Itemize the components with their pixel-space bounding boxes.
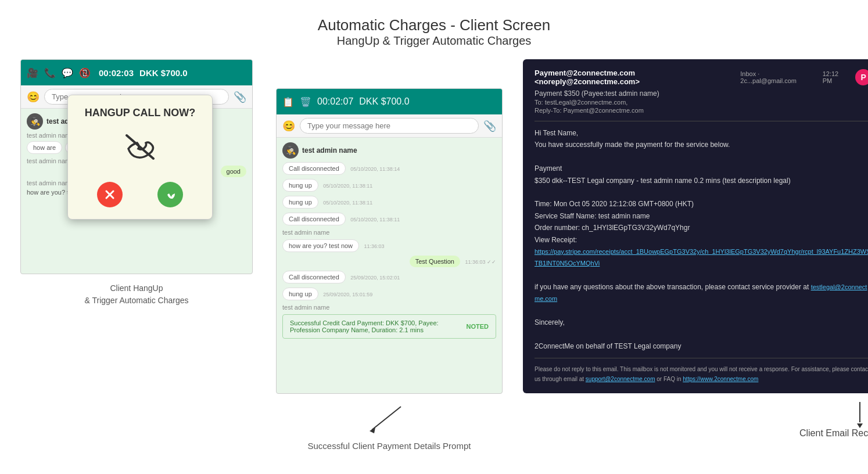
email-support-link[interactable]: support@2connectme.com (586, 376, 655, 382)
mid-admin-label-2: test admin name (282, 304, 496, 311)
msg-how-are: how are (27, 141, 62, 154)
email-reply: Reply-To: Payment@2connectme.com (535, 107, 868, 114)
email-contact-line: if you have any questions about the abov… (535, 281, 868, 305)
msg-hung-up-3: hung up 25/09/2020, 15:01:59 (282, 286, 496, 301)
email-receipt-link[interactable]: https://pay.stripe.com/receipts/acct_1BU… (535, 248, 868, 267)
main-content: 🎥 📞 💬 📵 00:02:03 DKK $700.0 😊 📎 🕵️ test … (0, 59, 868, 453)
noted-badge: NOTED (467, 323, 489, 330)
msg-call-disc-2: Call disconnected 05/10/2020, 11:38:11 (282, 211, 496, 227)
mid-chat-header: 📋 🗑️ 00:02:07 DKK $700.0 (277, 89, 502, 114)
right-arrow-svg (837, 399, 868, 428)
left-chat-header: 🎥 📞 💬 📵 00:02:03 DKK $700.0 (21, 60, 252, 85)
right-annotation-area: Client Email Receipt (523, 399, 868, 439)
mid-clip-icon: 📋 (282, 96, 294, 107)
msg-icon: 💬 (62, 67, 73, 78)
svg-marker-6 (857, 423, 863, 428)
email-body-line2: You have successfully made the payment f… (535, 139, 868, 150)
left-avatar: 🕵️ (27, 113, 43, 130)
email-from: Payment@2connectme.com <noreply@2connect… (535, 69, 740, 86)
mid-arrow-svg (354, 401, 424, 436)
email-meta-area: Inbox · 2c...pal@gmail.com 12:12 PM P (740, 69, 868, 85)
hangup-crossed-phone-icon (80, 128, 200, 170)
svg-line-3 (372, 407, 401, 430)
attach-btn-mid[interactable]: 📎 (483, 120, 496, 132)
email-inbox-label: Inbox · 2c...pal@gmail.com (740, 70, 816, 84)
email-avatar: P (855, 69, 868, 85)
caption-line2: & Trigger Automatic Charges (85, 296, 189, 305)
mid-message-input[interactable] (300, 118, 479, 134)
mid-trash-icon[interactable]: 🗑️ (300, 96, 311, 107)
ts-7: 25/09/2020, 15:02:01 (350, 275, 400, 281)
video-icon: 🎥 (27, 67, 38, 78)
ts-4: 05/10/2020, 11:38:11 (350, 217, 400, 222)
email-footer: Please do not reply to this email. This … (535, 364, 868, 384)
right-annotation-label: Client Email Receipt (799, 428, 868, 439)
hangup-icon-header[interactable]: 📵 (79, 67, 91, 78)
email-faq-text: or FAQ in (657, 376, 681, 382)
mid-price: DKK $700.0 (359, 96, 409, 107)
svg-marker-4 (370, 428, 375, 433)
email-divider-1 (535, 121, 868, 121)
msg-test-question: Test Question 11:36:03 ✓✓ (282, 256, 496, 267)
msg-hung-up-1: hung up 05/10/2020, 11:38:11 (282, 178, 496, 193)
mid-admin-label-1: test admin name (282, 229, 496, 236)
email-company: 2ConnectMe on behalf of TEST Legal compa… (535, 340, 868, 352)
left-caption: Client HangUp & Trigger Automatic Charge… (85, 282, 189, 307)
email-from-area: Payment@2connectme.com <noreply@2connect… (535, 69, 740, 86)
emoji-btn-left[interactable]: 😊 (27, 91, 40, 103)
email-time-label: Time: Mon Oct 05 2020 12:12:08 GMT+0800 … (535, 198, 868, 210)
ts-6: 11:36:03 ✓✓ (465, 259, 496, 265)
mid-messages: 🕵️ test admin name Call disconnected 05/… (277, 138, 502, 393)
right-panel: Payment@2connectme.com <noreply@2connect… (523, 59, 868, 439)
hangup-btn-row (80, 182, 200, 207)
mid-input-area: 😊 📎 (277, 114, 502, 138)
page-title-area: Automatic Charges - Client Screen HangUp… (0, 0, 868, 59)
email-payment-label: Payment (535, 163, 868, 174)
decline-button[interactable] (97, 182, 123, 207)
ts-5: 11:36:03 (364, 243, 385, 249)
email-order-number: Order number: ch_1HYl3lEGpTG3V32yWd7qYhg… (535, 222, 868, 234)
left-panel: 🎥 📞 💬 📵 00:02:03 DKK $700.0 😊 📎 🕵️ test … (17, 59, 256, 307)
email-header-row: Payment@2connectme.com <noreply@2connect… (535, 69, 868, 86)
msg-call-disc-1: Call disconnected 05/10/2020, 11:38:14 (282, 161, 496, 176)
email-payment-detail: $350 dkk--TEST Legal company - test admi… (535, 175, 868, 186)
payment-success-bar: Successful Credit Card Payment: DKK $700… (282, 314, 496, 339)
left-timer: 00:02:03 (99, 68, 134, 78)
left-chat-window: 🎥 📞 💬 📵 00:02:03 DKK $700.0 😊 📎 🕵️ test … (20, 59, 253, 274)
ts-2: 05/10/2020, 11:38:11 (323, 183, 372, 189)
caption-line1: Client HangUp (110, 283, 163, 293)
email-faq-link[interactable]: https://www.2connectme.com (683, 376, 758, 382)
payment-success-text: Successful Credit Card Payment: DKK $700… (290, 319, 458, 333)
msg-call-disc-3: Call disconnected 25/09/2020, 15:02:01 (282, 270, 496, 285)
email-subject: Payment $350 (Payee:test admin name) (535, 89, 868, 98)
mid-annotation: Successful Client Payment Details Prompt (308, 401, 471, 453)
hangup-dialog-title: HANGUP CALL NOW? (80, 107, 200, 119)
phone-icon: 📞 (44, 67, 56, 78)
email-to: To: testLegal@2connectme.com, (535, 99, 868, 106)
mid-annotation-label: Successful Client Payment Details Prompt (308, 441, 471, 451)
email-time: 12:12 PM (823, 70, 850, 84)
accept-button[interactable] (157, 182, 183, 207)
email-contact-text: if you have any questions about the abov… (535, 283, 809, 291)
email-sincerely: Sincerely, (535, 317, 868, 328)
email-body: Hi Test Name, You have successfully made… (535, 127, 868, 384)
left-price: DKK $700.0 (139, 68, 188, 78)
mid-chat-window: 📋 🗑️ 00:02:07 DKK $700.0 😊 📎 🕵️ test adm… (276, 88, 503, 394)
page-title-1: Automatic Charges - Client Screen (0, 16, 868, 34)
mid-timer: 00:02:07 (317, 96, 353, 107)
email-divider-2 (535, 358, 868, 358)
mid-user-info: 🕵️ test admin name (282, 142, 496, 159)
emoji-btn-mid[interactable]: 😊 (282, 120, 295, 132)
email-receipt: Payment@2connectme.com <noreply@2connect… (523, 59, 868, 393)
ts-1: 05/10/2020, 11:38:14 (350, 166, 400, 172)
msg-hung-up-2: hung up 05/10/2020, 11:38:11 (282, 195, 496, 210)
ts-3: 05/10/2020, 11:38:11 (323, 200, 372, 206)
mid-avatar: 🕵️ (282, 142, 299, 159)
email-order-label: Service Staff Name: test admin name (535, 210, 868, 222)
mid-user-name: test admin name (302, 146, 357, 155)
middle-panel: 📋 🗑️ 00:02:07 DKK $700.0 😊 📎 🕵️ test adm… (273, 88, 505, 453)
ts-8: 25/09/2020, 15:01:59 (323, 292, 372, 297)
msg-how-are-mid: how are you? test now 11:36:03 (282, 238, 496, 253)
attach-btn-left[interactable]: 📎 (234, 91, 246, 103)
hangup-dialog: HANGUP CALL NOW? (67, 95, 213, 220)
